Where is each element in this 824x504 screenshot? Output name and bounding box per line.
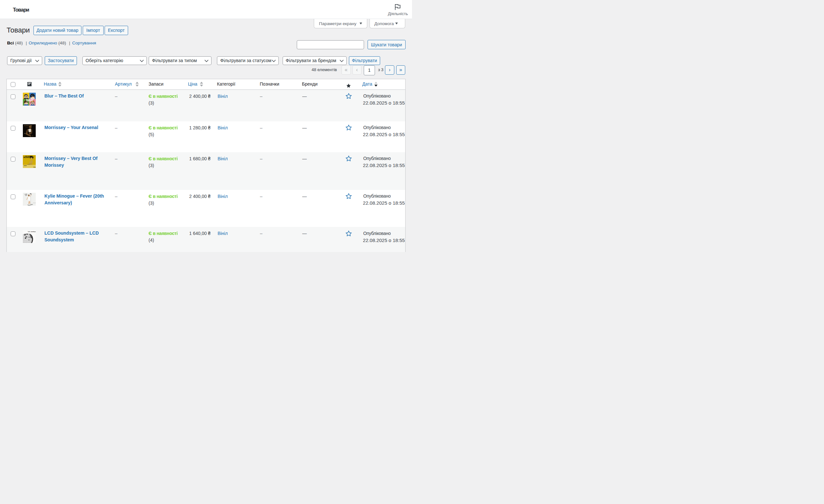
svg-text:lcd soundsystem: lcd soundsystem — [28, 231, 36, 232]
svg-text:MORRISSEY: MORRISSEY — [24, 125, 32, 126]
svg-text:blur: blur — [26, 98, 33, 102]
svg-text:FEVER: FEVER — [33, 202, 36, 204]
svg-text:Your Arsenal: Your Arsenal — [25, 127, 30, 128]
svg-text:RCA: RCA — [33, 167, 36, 168]
